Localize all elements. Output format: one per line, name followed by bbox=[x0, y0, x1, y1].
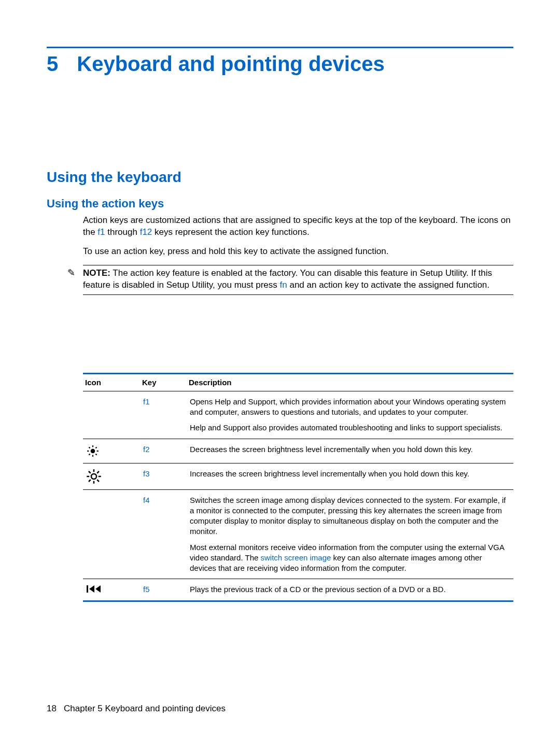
svg-line-17 bbox=[97, 471, 99, 473]
chapter-number: 5 bbox=[47, 52, 58, 76]
table-row: f3 Increases the screen brightness level… bbox=[83, 463, 513, 489]
desc-cell: Plays the previous track of a CD or the … bbox=[187, 579, 513, 601]
table-row: f2 Decreases the screen brightness level… bbox=[83, 439, 513, 463]
key-cell: f5 bbox=[140, 579, 187, 601]
body-text: Action keys are customized actions that … bbox=[83, 215, 513, 602]
icon-cell bbox=[83, 391, 140, 439]
key-f1: f1 bbox=[97, 227, 105, 237]
svg-line-6 bbox=[95, 454, 96, 455]
th-icon: Icon bbox=[83, 373, 140, 391]
table-row: f5 Plays the previous track of a CD or t… bbox=[83, 579, 513, 601]
paragraph: Action keys are customized actions that … bbox=[83, 215, 513, 238]
header-rule bbox=[47, 47, 513, 48]
key-cell: f2 bbox=[140, 439, 187, 463]
chapter-title: Keyboard and pointing devices bbox=[77, 52, 384, 76]
svg-line-15 bbox=[97, 480, 99, 482]
desc-cell: Opens Help and Support, which provides i… bbox=[187, 391, 513, 439]
desc-cell: Switches the screen image among display … bbox=[187, 489, 513, 579]
section-heading: Using the keyboard bbox=[47, 169, 513, 186]
svg-line-14 bbox=[89, 471, 91, 473]
th-key: Key bbox=[140, 373, 187, 391]
svg-line-7 bbox=[89, 454, 90, 455]
note-icon: ✎ bbox=[67, 266, 75, 279]
svg-line-16 bbox=[89, 480, 91, 482]
table-row: f4 Switches the screen image among displ… bbox=[83, 489, 513, 579]
footer-label: Chapter 5 Keyboard and pointing devices bbox=[64, 704, 226, 713]
desc-cell: Increases the screen brightness level in… bbox=[187, 463, 513, 489]
svg-line-8 bbox=[95, 447, 96, 448]
page-footer: 18 Chapter 5 Keyboard and pointing devic… bbox=[47, 704, 226, 714]
key-cell: f3 bbox=[140, 463, 187, 489]
table-row: f1 Opens Help and Support, which provide… bbox=[83, 391, 513, 439]
svg-rect-18 bbox=[87, 585, 88, 593]
icon-cell bbox=[83, 489, 140, 579]
svg-point-0 bbox=[91, 448, 95, 453]
action-keys-table: Icon Key Description f1 Opens Help and S… bbox=[83, 373, 513, 602]
key-cell: f1 bbox=[140, 391, 187, 439]
desc-cell: Decreases the screen brightness level in… bbox=[187, 439, 513, 463]
key-cell: f4 bbox=[140, 489, 187, 579]
svg-point-9 bbox=[91, 474, 96, 479]
svg-marker-19 bbox=[89, 585, 94, 593]
note-label: NOTE: bbox=[83, 268, 110, 278]
svg-marker-20 bbox=[95, 585, 101, 593]
key-f12: f12 bbox=[140, 227, 152, 237]
page-number: 18 bbox=[47, 704, 57, 713]
note-block: ✎ NOTE: The action key feature is enable… bbox=[83, 265, 513, 295]
paragraph: To use an action key, press and hold thi… bbox=[83, 246, 513, 258]
previous-track-icon bbox=[83, 579, 140, 601]
svg-line-5 bbox=[89, 447, 90, 448]
key-fn: fn bbox=[280, 280, 287, 290]
brightness-down-icon bbox=[83, 439, 140, 463]
subsection-heading: Using the action keys bbox=[47, 197, 513, 210]
switch-screen-key: switch screen image bbox=[260, 553, 331, 562]
th-desc: Description bbox=[187, 373, 513, 391]
brightness-up-icon bbox=[83, 463, 140, 489]
chapter-heading: 5 Keyboard and pointing devices bbox=[47, 52, 513, 76]
